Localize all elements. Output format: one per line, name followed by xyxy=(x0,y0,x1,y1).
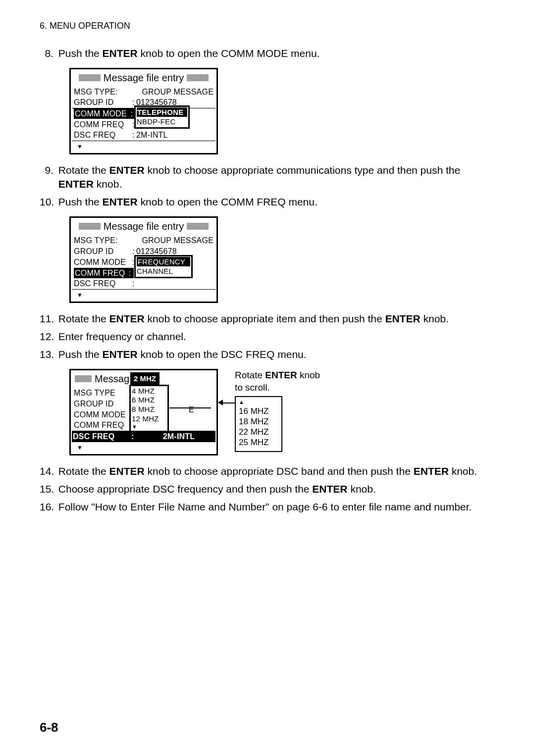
trailing-e: E xyxy=(189,404,194,415)
step-num: 16. xyxy=(40,500,54,514)
band-4mhz[interactable]: 4 MHZ xyxy=(132,387,166,396)
label: GROUP ID xyxy=(74,246,132,257)
label: COMM MODE xyxy=(74,257,132,268)
text: Push the xyxy=(58,48,103,59)
connector-line xyxy=(223,403,235,403)
row-dsc-freq: DSC FREQ : xyxy=(72,279,215,290)
step-body: Choose appropriate DSC frequency and the… xyxy=(58,482,492,496)
enter-label: ENTER xyxy=(58,178,94,190)
text: knob. xyxy=(449,465,477,477)
lcd-title-cut: Messag xyxy=(95,372,129,386)
title-bar-right xyxy=(187,223,209,230)
band-12mhz[interactable]: 12 MHZ xyxy=(132,414,166,424)
label: COMM FREQ xyxy=(74,119,132,130)
label: COMM FREQ xyxy=(74,420,132,431)
step-12: 12. Enter frequency or channel. xyxy=(40,330,495,344)
enter-label: ENTER xyxy=(103,196,138,207)
text: Choose appropriate DSC frequency and the… xyxy=(58,483,313,495)
popup-option-channel[interactable]: CHANNEL xyxy=(137,266,190,276)
title-bar-right xyxy=(187,74,209,81)
comm-mode-popup: TELEPHONE NBDP-FEC xyxy=(134,105,190,129)
title-bar-left xyxy=(75,375,92,382)
step-body: Push the ENTER knob to open the COMM MOD… xyxy=(58,47,492,60)
label: COMM MODE xyxy=(74,409,132,420)
step-num: 9. xyxy=(40,163,54,177)
lcd-body: MSG TYPE: GROUP MESSAGE GROUP ID : 01234… xyxy=(72,235,215,301)
band-list-popup: 4 MHZ 6 MHZ 8 MHZ 12 MHZ ▼ xyxy=(129,385,169,433)
step-num: 12. xyxy=(40,330,54,344)
value: GROUP MESSAGE xyxy=(132,235,214,246)
value: 2M-INTL xyxy=(143,431,214,442)
value: GROUP MESSAGE xyxy=(132,87,214,98)
step-num: 13. xyxy=(40,348,54,361)
row-comm-mode: COMM MODE : FREQUENCY CHANNEL xyxy=(72,257,215,268)
lcd-dsc-freq-wrap: Messag 2 MHZ MSG TYPE GROUP ID COMM MODE… xyxy=(69,369,495,455)
text: knob. xyxy=(421,313,449,324)
step-body: Enter frequency or channel. xyxy=(58,330,492,344)
text: Push the xyxy=(58,196,103,207)
arrow-left-icon xyxy=(218,400,223,405)
row-msg-type: MSG TYPE: GROUP MESSAGE xyxy=(72,87,215,98)
lcd-comm-mode: Message file entry MSG TYPE: GROUP MESSA… xyxy=(69,68,218,154)
band-16mhz[interactable]: 16 MHZ xyxy=(239,406,278,416)
text: knob to open the DSC FREQ menu. xyxy=(138,349,307,360)
enter-label: ENTER xyxy=(385,313,420,324)
connector-line xyxy=(169,407,211,408)
step-body: Follow "How to Enter File Name and Numbe… xyxy=(58,500,492,514)
band-25mhz[interactable]: 25 MHZ xyxy=(239,437,278,448)
step-16: 16. Follow "How to Enter File Name and N… xyxy=(40,500,495,514)
scroll-down-icon xyxy=(72,290,215,301)
row-dsc-freq: DSC FREQ : 2M-INTL xyxy=(72,130,215,141)
popup-option-frequency[interactable]: FREQUENCY xyxy=(137,257,190,267)
text: knob to open the COMM FREQ menu. xyxy=(138,196,318,207)
colon: : xyxy=(127,269,133,277)
row-dsc-freq: DSC FREQ : 2M-INTL xyxy=(72,431,215,442)
label: DSC FREQ xyxy=(74,130,132,141)
text: knob to choose appropriate DSC band and … xyxy=(145,465,414,477)
label: DSC FREQ xyxy=(73,431,131,442)
text: Rotate the xyxy=(58,164,109,176)
text: Rotate the xyxy=(58,313,109,324)
label: MSG TYPE: xyxy=(74,87,132,98)
scroll-hint: Rotate ENTER knob to scroll. 16 MHZ 18 M… xyxy=(235,369,320,452)
step-num: 10. xyxy=(40,195,54,209)
label: GROUP ID xyxy=(74,97,132,108)
step-11: 11. Rotate the ENTER knob to choose appr… xyxy=(40,312,495,326)
step-body: Rotate the ENTER knob to choose appropri… xyxy=(58,464,492,478)
step-num: 8. xyxy=(40,47,54,60)
scroll-down-icon xyxy=(72,442,215,453)
title-bar-left xyxy=(79,74,101,81)
colon: : xyxy=(131,431,143,442)
label: DSC FREQ xyxy=(74,278,132,289)
step-8: 8. Push the ENTER knob to open the COMM … xyxy=(40,47,495,60)
text: knob. xyxy=(348,483,376,495)
enter-label: ENTER xyxy=(103,349,138,360)
lcd-dsc-freq: Messag 2 MHZ MSG TYPE GROUP ID COMM MODE… xyxy=(69,369,218,455)
enter-label: ENTER xyxy=(265,370,297,380)
step-14: 14. Rotate the ENTER knob to choose appr… xyxy=(40,464,495,478)
scroll-down-icon: ▼ xyxy=(132,424,166,431)
popup-option-telephone[interactable]: TELEPHONE xyxy=(137,107,187,117)
step-15: 15. Choose appropriate DSC frequency and… xyxy=(40,482,495,496)
band-22mhz[interactable]: 22 MHZ xyxy=(239,427,278,437)
lcd-title: Message file entry xyxy=(104,220,184,233)
enter-label: ENTER xyxy=(109,313,145,324)
comm-freq-popup: FREQUENCY CHANNEL xyxy=(134,255,193,278)
band-list-top[interactable]: 2 MHZ xyxy=(130,372,160,385)
band-6mhz[interactable]: 6 MHZ xyxy=(132,396,166,405)
step-13: 13. Push the ENTER knob to open the DSC … xyxy=(40,348,495,361)
colon: : xyxy=(132,278,136,289)
enter-label: ENTER xyxy=(109,164,145,176)
scroll-up-icon xyxy=(239,399,278,406)
lcd-title-row: Message file entry xyxy=(72,70,215,87)
scroll-hint-line2: to scroll. xyxy=(235,381,320,394)
band-8mhz[interactable]: 8 MHZ xyxy=(132,405,166,414)
popup-option-nbdp-fec[interactable]: NBDP-FEC xyxy=(137,117,187,127)
band-18mhz[interactable]: 18 MHZ xyxy=(239,416,278,427)
lcd-comm-freq: Message file entry MSG TYPE: GROUP MESSA… xyxy=(69,216,218,303)
page-number: 6-8 xyxy=(40,719,58,736)
label-selected: COMM FREQ : xyxy=(74,268,134,279)
label-selected: COMM MODE : xyxy=(74,108,135,119)
row-msg-type: MSG TYPE: GROUP MESSAGE xyxy=(72,235,215,246)
step-body: Rotate the ENTER knob to choose appropri… xyxy=(58,163,492,192)
